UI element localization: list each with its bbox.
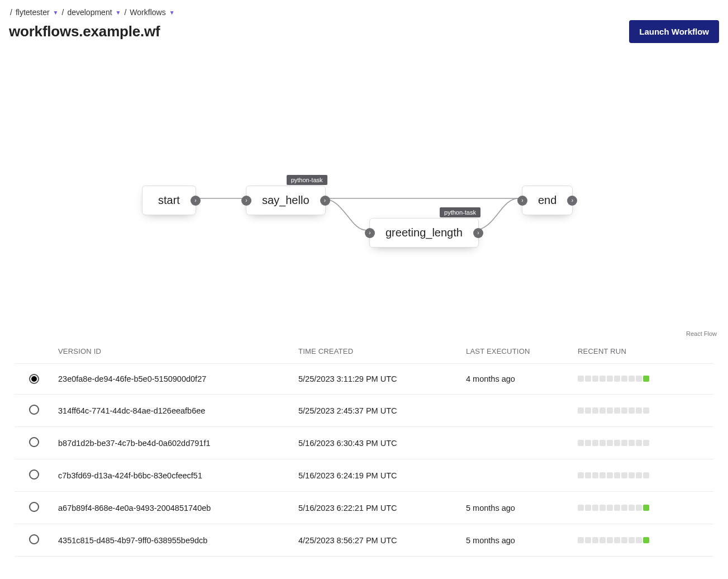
radio-selector[interactable]	[29, 437, 39, 447]
cell-time-created: 5/25/2023 3:11:29 PM UTC	[294, 364, 461, 395]
recent-run-cell	[585, 440, 591, 446]
recent-run-cell	[621, 537, 627, 543]
recent-run-cell	[614, 440, 620, 446]
recent-run-cell	[636, 505, 642, 511]
node-say-hello[interactable]: python-task › say_hello ›	[246, 186, 326, 215]
breadcrumb-item-domain[interactable]: development ▼	[67, 8, 121, 17]
table-row[interactable]: a67b89f4-868e-4e0a-9493-2004851740eb5/16…	[15, 492, 713, 524]
node-handle-icon[interactable]: ›	[473, 228, 483, 238]
table-row[interactable]: c7b3fd69-d13a-424f-b6bc-83e0cfeecf515/16…	[15, 459, 713, 492]
cell-recent-run	[573, 364, 713, 395]
radio-selector[interactable]	[29, 405, 39, 415]
radio-selector[interactable]	[29, 534, 39, 544]
chevron-down-icon: ▼	[169, 10, 175, 16]
node-label: greeting_length	[386, 226, 463, 239]
recent-run-cell	[643, 407, 649, 414]
recent-run-cell	[629, 505, 635, 511]
recent-run-cell	[585, 407, 591, 414]
recent-run-cell	[643, 376, 649, 382]
recent-run-cell	[636, 472, 642, 478]
recent-run-cell	[592, 376, 598, 382]
cell-time-created: 5/16/2023 6:24:19 PM UTC	[294, 459, 461, 492]
recent-run-cell	[592, 505, 598, 511]
recent-run-cell	[629, 472, 635, 478]
breadcrumb: / flytetester ▼ / development ▼ / Workfl…	[9, 8, 719, 17]
recent-run-cell	[607, 407, 613, 414]
recent-run-cell	[621, 376, 627, 382]
recent-run-cell	[629, 537, 635, 543]
recent-run-cell	[636, 376, 642, 382]
recent-run-cell	[607, 472, 613, 478]
recent-run-cell	[643, 537, 649, 543]
cell-version-id: b87d1d2b-be37-4c7b-be4d-0a602dd791f1	[54, 427, 294, 459]
cell-time-created: 5/16/2023 6:22:21 PM UTC	[294, 492, 461, 524]
recent-run-cell	[643, 472, 649, 478]
cell-last-execution: 5 months ago	[461, 524, 573, 557]
table-row[interactable]: 23e0fa8e-de94-46fe-b5e0-5150900d0f275/25…	[15, 364, 713, 395]
node-start[interactable]: start ›	[142, 186, 196, 215]
node-handle-icon[interactable]: ›	[320, 196, 330, 206]
cell-version-id: 4351c815-d485-4b97-9ff0-638955be9dcb	[54, 524, 294, 557]
node-handle-icon[interactable]: ›	[567, 196, 577, 206]
node-tag: python-task	[440, 207, 480, 217]
recent-run-cell	[578, 537, 584, 543]
cell-version-id: c7b3fd69-d13a-424f-b6bc-83e0cfeecf51	[54, 459, 294, 492]
recent-run-cell	[592, 472, 598, 478]
recent-run-cell	[585, 376, 591, 382]
node-greeting-length[interactable]: python-task › greeting_length ›	[369, 218, 479, 248]
node-handle-icon[interactable]: ›	[191, 196, 201, 206]
recent-run-cell	[578, 472, 584, 478]
cell-time-created: 5/25/2023 2:45:37 PM UTC	[294, 395, 461, 427]
table-row[interactable]: 4351c815-d485-4b97-9ff0-638955be9dcb4/25…	[15, 524, 713, 557]
table-row[interactable]: 314ff64c-7741-44dc-84ae-d126eeafb6ee5/25…	[15, 395, 713, 427]
node-handle-icon[interactable]: ›	[517, 196, 527, 206]
recent-run-cell	[621, 440, 627, 446]
cell-recent-run	[573, 524, 713, 557]
column-header-recent-run[interactable]: RECENT RUN	[573, 339, 713, 364]
recent-run-cell	[599, 472, 606, 478]
recent-run-cell	[585, 537, 591, 543]
node-end[interactable]: › end ›	[522, 186, 573, 215]
recent-run-cell	[578, 376, 584, 382]
recent-run-cell	[614, 407, 620, 414]
cell-recent-run	[573, 395, 713, 427]
node-handle-icon[interactable]: ›	[241, 196, 251, 206]
chevron-down-icon: ▼	[116, 10, 121, 16]
recent-run-cell	[578, 505, 584, 511]
workflow-graph[interactable]: start › python-task › say_hello › python…	[9, 49, 719, 339]
recent-run-cell	[614, 376, 620, 382]
recent-run-cell	[614, 505, 620, 511]
radio-selector[interactable]	[29, 502, 39, 512]
column-header-version[interactable]: VERSION ID	[54, 339, 294, 364]
recent-run-cell	[599, 505, 606, 511]
table-row[interactable]: b87d1d2b-be37-4c7b-be4d-0a602dd791f15/16…	[15, 427, 713, 459]
versions-table: VERSION ID TIME CREATED LAST EXECUTION R…	[15, 339, 713, 557]
recent-run-cell	[599, 440, 606, 446]
cell-version-id: 314ff64c-7741-44dc-84ae-d126eeafb6ee	[54, 395, 294, 427]
chevron-down-icon: ▼	[53, 10, 59, 16]
column-header-last-exec[interactable]: LAST EXECUTION	[461, 339, 573, 364]
recent-run-cell	[585, 505, 591, 511]
breadcrumb-item-project[interactable]: flytetester ▼	[16, 8, 59, 17]
radio-selector[interactable]	[29, 469, 39, 480]
recent-run-cell	[592, 537, 598, 543]
recent-run-cell	[621, 407, 627, 414]
cell-last-execution	[461, 395, 573, 427]
recent-run-cell	[614, 472, 620, 478]
recent-run-cell	[636, 537, 642, 543]
recent-run-cell	[599, 407, 606, 414]
graph-attribution: React Flow	[686, 330, 717, 337]
breadcrumb-item-workflows[interactable]: Workflows ▼	[130, 8, 174, 17]
column-header-time[interactable]: TIME CREATED	[294, 339, 461, 364]
recent-run-cell	[636, 407, 642, 414]
node-handle-icon[interactable]: ›	[365, 228, 375, 238]
node-label: start	[158, 194, 180, 207]
recent-run-cell	[621, 472, 627, 478]
launch-workflow-button[interactable]: Launch Workflow	[629, 20, 719, 43]
cell-version-id: 23e0fa8e-de94-46fe-b5e0-5150900d0f27	[54, 364, 294, 395]
cell-version-id: a67b89f4-868e-4e0a-9493-2004851740eb	[54, 492, 294, 524]
recent-run-cell	[585, 472, 591, 478]
radio-selector[interactable]	[29, 374, 39, 384]
node-label: end	[538, 194, 556, 207]
recent-run-cell	[607, 440, 613, 446]
